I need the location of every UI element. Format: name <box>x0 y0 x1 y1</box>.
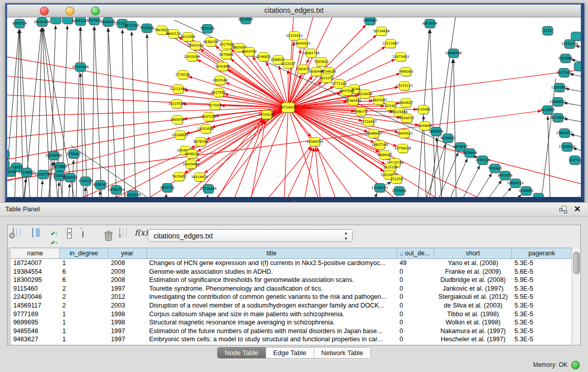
select-all-columns-button[interactable]: ✔▫✔▫ <box>51 228 66 244</box>
table-cell: 0 <box>397 301 434 310</box>
table-cell: 2012 <box>108 293 147 301</box>
table-cell: 5.3E-5 <box>512 301 572 310</box>
svg-text:1733426: 1733426 <box>392 189 406 193</box>
svg-text:9975887: 9975887 <box>53 165 67 169</box>
svg-text:16099489: 16099489 <box>183 162 200 166</box>
table-row[interactable]: 1456911722003Disruption of a novel membe… <box>11 301 572 310</box>
node-table: namein_degreeyeartitle△out_de...shortpag… <box>11 248 572 345</box>
table-cell: 0 <box>397 293 434 301</box>
table-cell: Nakamura et al. (1997) <box>434 327 512 336</box>
svg-text:9146821: 9146821 <box>256 55 271 59</box>
svg-text:7625402: 7625402 <box>172 174 186 179</box>
column-header-out-de[interactable]: △out_de... <box>397 248 434 258</box>
select-columns-button[interactable] <box>32 228 48 244</box>
table-cell: 5.3E-5 <box>512 318 572 327</box>
svg-text:8938923: 8938923 <box>441 136 455 140</box>
tab-network-table[interactable]: Network Table <box>314 347 371 358</box>
column-header-in-degree[interactable]: in_degree <box>60 248 108 258</box>
svg-text:10807487: 10807487 <box>371 98 387 102</box>
graph-node[interactable] <box>571 32 581 41</box>
delete-column-button[interactable] <box>101 228 116 244</box>
graph-node[interactable] <box>7 150 9 159</box>
svg-text:17975113: 17975113 <box>396 84 413 88</box>
delete-table-button[interactable]: ✕ <box>119 228 135 244</box>
table-cell: Jankovic et al. (1997) <box>434 285 512 293</box>
column-header-year[interactable]: year <box>108 248 147 258</box>
table-cell: 9699695 <box>11 318 60 327</box>
table-cell: Franke et al. (2009) <box>434 268 512 276</box>
graph-node[interactable] <box>7 160 9 169</box>
table-cell: Dudbridge et al. (2008) <box>434 276 512 285</box>
graph-node[interactable] <box>574 62 581 71</box>
table-cell: Genome-wide association studies in ADHD. <box>147 268 397 276</box>
splitter-handle[interactable]: ▴▾ <box>291 200 297 203</box>
table-cell: Tibbo et al. (1998) <box>434 310 512 319</box>
table-cell: Wolkin et al. (1998) <box>434 318 512 327</box>
table-row[interactable]: 1938455462009Genome-wide association stu… <box>11 268 572 276</box>
svg-text:20206586: 20206586 <box>46 154 62 158</box>
svg-text:12325413: 12325413 <box>286 34 303 38</box>
svg-text:18300295: 18300295 <box>258 113 275 117</box>
new-column-button[interactable] <box>82 228 98 244</box>
table-row[interactable]: 1830029562008Estimation of significance … <box>11 276 572 285</box>
table-row[interactable]: 911546021997Tourette syndrome. Phenomeno… <box>11 285 572 293</box>
svg-text:16210643: 16210643 <box>550 116 567 120</box>
svg-text:14353594: 14353594 <box>198 127 214 131</box>
vertical-scrollbar[interactable] <box>572 248 580 345</box>
scrollbar-thumb[interactable] <box>573 252 580 274</box>
column-header-title[interactable]: title <box>147 248 397 258</box>
graph-node[interactable] <box>62 17 73 24</box>
table-cell: 2 <box>60 301 108 310</box>
svg-text:9958167: 9958167 <box>93 183 107 187</box>
table-cell: 0 <box>397 285 434 293</box>
table-tabs: Node TableEdge TableNetwork Table <box>0 347 588 359</box>
table-cell: Changes of HCN gene expression and I(f) … <box>147 259 397 268</box>
svg-text:18807249: 18807249 <box>372 143 388 147</box>
svg-text:1735992: 1735992 <box>67 152 81 156</box>
table-row[interactable]: 969969511998Structural magnetic resonanc… <box>11 318 572 327</box>
table-settings-button[interactable] <box>13 228 28 244</box>
svg-text:19166825: 19166825 <box>172 133 189 137</box>
svg-text:8454749: 8454749 <box>242 50 256 54</box>
network-graph[interactable]: 1872400718300295193845549355724206914061… <box>7 17 581 197</box>
svg-text:12093852: 12093852 <box>551 85 568 90</box>
table-cell: 5.3E-5 <box>512 285 572 293</box>
column-header-name[interactable]: name <box>11 248 60 258</box>
table-row[interactable]: 2242004622012Investigating the contribut… <box>11 293 572 301</box>
memory-status-icon[interactable] <box>571 361 580 369</box>
table-cell: Yano et al. (2008) <box>434 259 512 268</box>
svg-text:2718126: 2718126 <box>176 73 190 77</box>
column-header-pagerank[interactable]: pagerank <box>512 248 572 258</box>
graph-node[interactable] <box>533 193 543 198</box>
table-row[interactable]: 946554611997Estimation of the future num… <box>11 327 572 336</box>
svg-text:9463627: 9463627 <box>399 101 413 105</box>
svg-text:9115460: 9115460 <box>416 107 430 112</box>
svg-text:15692971: 15692971 <box>556 131 573 135</box>
table-cell: 2008 <box>108 276 147 285</box>
table-row[interactable]: 946362711997Embryonic stem cells: a mode… <box>11 335 572 344</box>
close-icon[interactable]: ✕ <box>574 204 581 214</box>
table-cell: 1997 <box>108 327 147 336</box>
table-row[interactable]: 977716911998Corpus callosum shape and si… <box>11 310 572 319</box>
network-canvas[interactable]: 1872400718300295193845549355724206914061… <box>7 17 581 197</box>
table-cell: 6 <box>60 268 108 276</box>
tab-node-table[interactable]: Node Table <box>217 347 266 358</box>
svg-text:8427552: 8427552 <box>211 91 226 95</box>
graph-node[interactable] <box>51 17 61 24</box>
svg-text:7886372: 7886372 <box>354 110 368 114</box>
table-select-dropdown[interactable]: citations_edges.txt ▲▼ <box>148 229 353 242</box>
svg-text:14136141: 14136141 <box>372 186 388 190</box>
float-window-icon[interactable] <box>559 206 567 212</box>
checklist-icon: ✔▫✔▫ <box>51 230 57 246</box>
table-cell: Tourette syndrome. Phenomenology and cla… <box>147 285 397 293</box>
column-header-short[interactable]: short <box>434 248 512 258</box>
svg-text:7557224: 7557224 <box>200 27 214 31</box>
dropdown-stepper-icon: ▲▼ <box>344 230 348 242</box>
network-window-titlebar[interactable]: citations_edges.txt <box>7 5 581 17</box>
table-cell: 9465546 <box>11 327 60 336</box>
svg-text:2087682: 2087682 <box>363 18 377 23</box>
svg-text:6497568: 6497568 <box>340 89 354 93</box>
tab-edge-table[interactable]: Edge Table <box>266 347 314 358</box>
table-cell: 2009 <box>108 268 147 276</box>
table-row[interactable]: 1872400712008Changes of HCN gene express… <box>11 259 572 268</box>
